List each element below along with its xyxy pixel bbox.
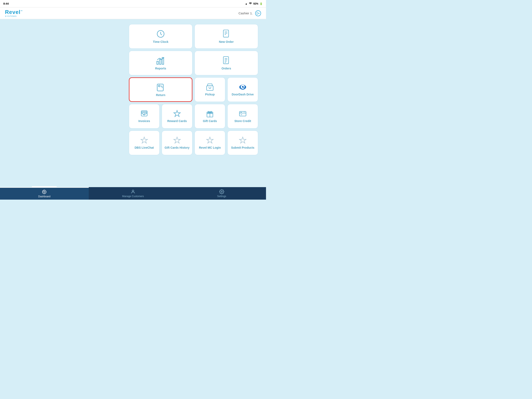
tile-pickup[interactable]: Pickup	[195, 77, 225, 102]
tile-submit-products[interactable]: Submit Products	[227, 131, 258, 155]
tile-reports[interactable]: Reports	[129, 51, 192, 75]
nav-manage-customers[interactable]: Manage Customers	[89, 187, 177, 200]
svg-rect-14	[207, 86, 213, 90]
tile-time-clock[interactable]: Time Clock	[129, 24, 192, 49]
tile-return-label: Return	[156, 93, 165, 97]
tile-return[interactable]: Return	[129, 77, 192, 102]
tile-doordash-label: DoorDash Drive	[232, 93, 254, 96]
tile-reports-label: Reports	[155, 67, 166, 70]
svg-text:+: +	[244, 111, 245, 113]
tile-revel-mc-login[interactable]: Revel MC Login	[195, 131, 225, 155]
tile-orders-label: Orders	[222, 67, 231, 70]
logout-button[interactable]	[255, 10, 261, 16]
svg-rect-6	[160, 59, 161, 64]
nav-manage-customers-label: Manage Customers	[122, 195, 144, 198]
logo-text: Revel™	[5, 9, 23, 15]
logo-tm: ™	[20, 10, 23, 12]
header: Revel™ SYSTEMS Cashier 1.	[0, 7, 266, 19]
nav-settings[interactable]: Settings	[177, 187, 266, 200]
logo-systems: SYSTEMS	[5, 15, 23, 17]
svg-rect-8	[223, 57, 228, 64]
tile-store-credit-label: Store Credit	[234, 119, 251, 123]
svg-rect-5	[157, 61, 158, 64]
tile-gift-cards[interactable]: Gift Cards	[195, 104, 225, 129]
tile-revel-mc-login-label: Revel MC Login	[199, 146, 221, 149]
status-time: 8:44	[3, 2, 9, 5]
tile-gift-cards-label: Gift Cards	[203, 119, 217, 123]
status-indicators: ▲ 92% 🔋	[245, 2, 263, 5]
battery-display: 92%	[253, 2, 258, 5]
time-display: 8:44	[3, 2, 9, 5]
tile-gift-cards-history[interactable]: Gift Cards History	[162, 131, 192, 155]
tile-orders[interactable]: Orders	[195, 51, 258, 75]
tile-pickup-label: Pickup	[205, 93, 215, 96]
logo: Revel™ SYSTEMS	[5, 9, 23, 17]
svg-rect-22	[239, 111, 246, 116]
nav-settings-label: Settings	[217, 195, 226, 198]
tile-invoices[interactable]: Invoices	[129, 104, 160, 129]
tile-new-order[interactable]: New Order	[195, 24, 258, 49]
signal-icon: ▲	[245, 2, 247, 5]
tile-reward-cards-label: Reward Cards	[167, 119, 187, 123]
cashier-name: Cashier 1.	[239, 12, 253, 15]
tile-store-credit[interactable]: + Store Credit	[227, 104, 258, 129]
nav-dashboard-label: Dashboard	[38, 195, 51, 198]
status-bar: 8:44 ▲ 92% 🔋	[0, 0, 266, 7]
battery-icon: 🔋	[260, 2, 263, 5]
svg-point-35	[221, 191, 222, 192]
svg-rect-1	[223, 30, 228, 37]
tile-dbs-livechat-label: DBS LiveChat	[135, 146, 154, 149]
svg-point-34	[132, 190, 134, 192]
main-content: Time Clock New Order Reports	[0, 19, 266, 187]
tile-doordash[interactable]: DoorDash Drive	[227, 77, 258, 102]
tile-reward-cards[interactable]: Reward Cards	[162, 104, 192, 129]
tiles-grid: Time Clock New Order Reports	[129, 24, 260, 155]
tile-new-order-label: New Order	[219, 40, 234, 44]
tab-indicator	[32, 186, 57, 187]
wifi-icon	[249, 2, 252, 5]
tile-dbs-livechat[interactable]: DBS LiveChat	[129, 131, 160, 155]
svg-point-28	[44, 191, 45, 193]
bottom-nav: Dashboard Manage Customers Settings	[0, 187, 266, 200]
svg-rect-16	[242, 87, 244, 88]
tile-submit-products-label: Submit Products	[231, 146, 254, 149]
nav-dashboard[interactable]: Dashboard	[0, 187, 89, 200]
tile-gift-cards-history-label: Gift Cards History	[165, 146, 190, 149]
svg-line-33	[43, 191, 44, 191]
header-right: Cashier 1.	[239, 10, 261, 16]
tile-invoices-label: Invoices	[138, 119, 150, 123]
tile-time-clock-label: Time Clock	[153, 40, 168, 44]
